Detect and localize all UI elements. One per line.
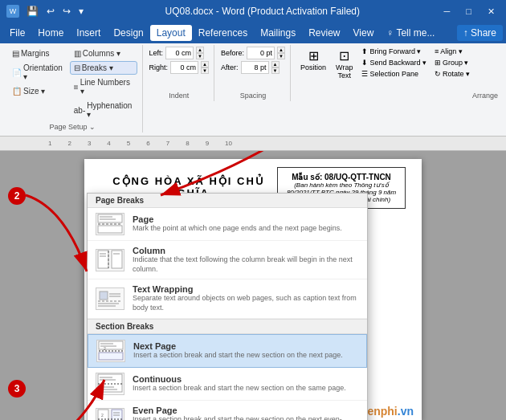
menu-insert[interactable]: Insert bbox=[70, 25, 107, 41]
even-page-desc: Insert a section break and start the new… bbox=[133, 415, 359, 420]
menu-mailings[interactable]: Mailings bbox=[254, 25, 302, 41]
indent-left-label: Left: bbox=[149, 49, 164, 57]
text-wrapping-item[interactable]: Text Wrapping Separate text around objec… bbox=[88, 279, 367, 318]
column-break-item[interactable]: Column Indicate that the text following … bbox=[88, 241, 367, 279]
indent-right-input[interactable] bbox=[170, 61, 198, 74]
next-page-item[interactable]: 2 Next Page Insert a section break and s… bbox=[88, 334, 367, 368]
vn-box-title: Mẫu số: 08/UQ-QTT-TNCN bbox=[284, 173, 398, 181]
even-page-icon: 2 bbox=[96, 408, 124, 420]
spacing-after-row: After: ▲ ▼ bbox=[221, 61, 285, 74]
even-page-name: Even Page bbox=[133, 406, 359, 415]
spacing-after-spinner[interactable]: ▲ ▼ bbox=[271, 61, 280, 74]
redo-btn[interactable]: ↪ bbox=[60, 5, 73, 18]
spacing-before-spinner[interactable]: ▲ ▼ bbox=[277, 47, 285, 59]
save-btn[interactable]: 💾 bbox=[24, 5, 41, 18]
group-button[interactable]: ⊞ Group ▾ bbox=[432, 58, 472, 67]
ruler: 1 2 3 4 5 6 7 8 9 10 bbox=[0, 137, 506, 151]
spacing-before-input[interactable] bbox=[247, 47, 275, 59]
columns-label: Columns ▾ bbox=[83, 49, 120, 58]
position-button[interactable]: ⊞ Position bbox=[297, 47, 329, 73]
orientation-icon: 📄 bbox=[12, 68, 22, 77]
maximize-btn[interactable]: □ bbox=[461, 5, 476, 18]
spacing-before-down[interactable]: ▼ bbox=[277, 53, 285, 59]
orientation-button[interactable]: 📄 Orientation ▾ bbox=[8, 61, 68, 84]
orientation-label: Orientation ▾ bbox=[23, 63, 64, 81]
breaks-icon: ⊟ bbox=[74, 63, 80, 72]
selection-pane-label: Selection Pane bbox=[369, 70, 418, 78]
menu-share[interactable]: ↑ Share bbox=[457, 25, 503, 41]
section-breaks-section-label: Section Breaks bbox=[88, 319, 367, 334]
spacing-after-down[interactable]: ▼ bbox=[271, 67, 280, 74]
selection-pane-button[interactable]: ☰ Selection Pane bbox=[359, 69, 429, 79]
menu-references[interactable]: References bbox=[192, 25, 254, 41]
undo-btn[interactable]: ↩ bbox=[44, 5, 57, 18]
rotate-button[interactable]: ↻ Rotate ▾ bbox=[432, 69, 472, 79]
even-page-item[interactable]: 2 Even Page Insert a section break and s… bbox=[88, 401, 367, 420]
column-break-text: Column Indicate that the text following … bbox=[133, 246, 359, 274]
page-break-desc: Mark the point at which one page ends an… bbox=[133, 224, 359, 234]
columns-button[interactable]: ▥ Columns ▾ bbox=[70, 47, 137, 60]
spacing-after-input[interactable] bbox=[241, 61, 269, 74]
page-setup-label: Page Setup ⌄ bbox=[50, 121, 96, 131]
annotation-2: 2 bbox=[8, 187, 26, 205]
selection-pane-icon: ☰ bbox=[361, 70, 368, 78]
wrap-text-button[interactable]: ⊡ Wrap Text bbox=[333, 47, 356, 81]
vn-box-sub1: (Ban hành kèm theo Thông tư số bbox=[284, 181, 398, 189]
menu-layout[interactable]: Layout bbox=[150, 25, 192, 41]
arrange-label: Arrange bbox=[472, 90, 498, 100]
hyphenation-button[interactable]: ab- Hyphenation ▾ bbox=[70, 99, 137, 121]
indent-right-down[interactable]: ▼ bbox=[201, 67, 209, 74]
indent-left-up[interactable]: ▲ bbox=[196, 47, 204, 53]
close-btn[interactable]: ✕ bbox=[483, 5, 500, 18]
menu-file[interactable]: File bbox=[3, 25, 31, 41]
margins-label: Margins bbox=[21, 49, 50, 58]
send-backward-button[interactable]: ⬇ Send Backward ▾ bbox=[359, 58, 429, 67]
indent-right-up[interactable]: ▲ bbox=[201, 61, 209, 67]
align-label: Align ▾ bbox=[440, 47, 463, 55]
indent-left-input[interactable] bbox=[165, 47, 194, 59]
svg-text:2: 2 bbox=[104, 346, 106, 351]
continuous-item[interactable]: Continuous Insert a section break and st… bbox=[88, 368, 367, 401]
bring-forward-label: Bring Forward ▾ bbox=[369, 47, 421, 55]
menu-review[interactable]: Review bbox=[302, 25, 346, 41]
line-numbers-label: Line Numbers ▾ bbox=[80, 78, 133, 96]
indent-left-spinner[interactable]: ▲ ▼ bbox=[196, 47, 204, 59]
spacing-after-up[interactable]: ▲ bbox=[271, 61, 280, 67]
menu-view[interactable]: View bbox=[347, 25, 381, 41]
svg-rect-0 bbox=[98, 214, 122, 222]
indent-right-spinner[interactable]: ▲ ▼ bbox=[201, 61, 209, 74]
ribbon-group-indent: Left: ▲ ▼ Right: ▲ ▼ Indent bbox=[145, 45, 214, 101]
text-wrapping-desc: Separate text around objects on web page… bbox=[133, 294, 359, 312]
size-button[interactable]: 📋 Size ▾ bbox=[8, 84, 68, 98]
breaks-button[interactable]: ⊟ Breaks ▾ bbox=[70, 61, 137, 75]
text-wrapping-text: Text Wrapping Separate text around objec… bbox=[133, 284, 359, 312]
align-button[interactable]: ≡ Align ▾ bbox=[432, 47, 472, 56]
svg-rect-20 bbox=[99, 353, 123, 360]
breaks-dropdown-menu[interactable]: Page Breaks Page Mark the point at which… bbox=[87, 193, 368, 420]
rotate-icon: ↻ bbox=[435, 70, 441, 78]
send-backward-label: Send Backward ▾ bbox=[369, 59, 426, 67]
menu-bar: File Home Insert Design Layout Reference… bbox=[0, 22, 506, 43]
bring-forward-button[interactable]: ⬆ Bring Forward ▾ bbox=[359, 47, 429, 56]
word-icon: W bbox=[6, 5, 19, 18]
margins-button[interactable]: ▤ Margins bbox=[8, 47, 68, 60]
menu-tell-me[interactable]: ♀ Tell me... bbox=[380, 25, 441, 41]
line-numbers-button[interactable]: ≡ Line Numbers ▾ bbox=[70, 75, 137, 98]
columns-icon: ▥ bbox=[74, 49, 81, 58]
group-label: Group ▾ bbox=[443, 59, 469, 67]
title-bar-left: W 💾 ↩ ↪ ▾ bbox=[6, 5, 86, 18]
text-wrapping-name: Text Wrapping bbox=[133, 284, 359, 294]
svg-rect-11 bbox=[100, 292, 108, 300]
continuous-icon bbox=[96, 373, 124, 395]
indent-left-down[interactable]: ▼ bbox=[196, 53, 204, 59]
spacing-before-up[interactable]: ▲ bbox=[277, 47, 285, 53]
minimize-btn[interactable]: ─ bbox=[439, 5, 455, 18]
bring-forward-icon: ⬆ bbox=[361, 47, 368, 55]
menu-home[interactable]: Home bbox=[31, 25, 70, 41]
page-break-item[interactable]: Page Mark the point at which one page en… bbox=[88, 208, 367, 241]
customize-btn[interactable]: ▾ bbox=[76, 5, 86, 18]
indent-right-row: Right: ▲ ▼ bbox=[149, 61, 209, 74]
even-page-text: Even Page Insert a section break and sta… bbox=[133, 406, 359, 420]
ribbon-group-page-setup: ▤ Margins 📄 Orientation ▾ 📋 Size ▾ ▥ Col… bbox=[3, 45, 143, 133]
menu-design[interactable]: Design bbox=[107, 25, 149, 41]
